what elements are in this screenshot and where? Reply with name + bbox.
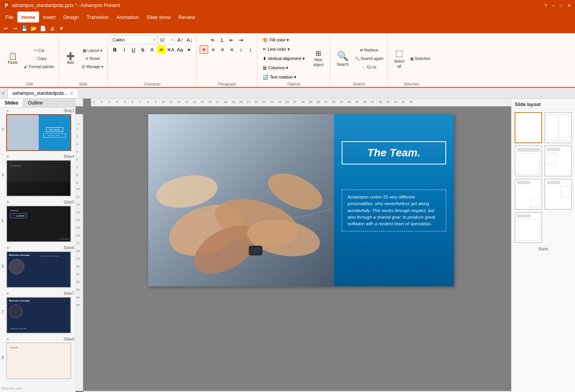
text-rotation-button[interactable]: 🔄 Text rotation ▾ — [260, 73, 307, 81]
replace-button[interactable]: ⇄ Replace — [353, 46, 385, 54]
reset-button[interactable]: ↺ Reset — [80, 55, 105, 62]
slide-thumb-8[interactable]: Appendix — [6, 342, 71, 379]
menu-file[interactable]: File — [2, 12, 17, 22]
strikethrough-button[interactable]: S̶ — [139, 45, 147, 54]
slide-thumb-4[interactable]: #CRASH — [6, 160, 71, 197]
numbering-button[interactable]: 1. — [218, 36, 227, 44]
new-tab-button[interactable]: + — [2, 90, 5, 97]
qa-print[interactable]: 🖨 — [48, 24, 56, 33]
slide-thumb-6[interactable]: Welcome message Lorem ipsum dolor sit am… — [6, 251, 71, 288]
fill-color-button[interactable]: 🎨 Fill color ▾ — [260, 36, 307, 44]
layout-title-content[interactable] — [515, 146, 542, 176]
add-slide-button[interactable]: ➕ Add — [62, 47, 79, 70]
layout-full[interactable] — [515, 212, 542, 243]
new-object-button[interactable]: ⊞ New object — [310, 47, 327, 70]
layout-button[interactable]: ▦ Layout ▾ — [80, 46, 105, 54]
menu-design[interactable]: Design — [60, 12, 83, 22]
copy-icon: 📄 — [32, 56, 36, 61]
maximize-btn[interactable]: □ — [558, 2, 564, 9]
slide-add-4[interactable]: + — [6, 153, 9, 159]
slide-item-4[interactable]: + Slide4 4 #CRASH — [0, 153, 75, 197]
menu-insert[interactable]: Insert — [39, 12, 60, 22]
vertical-alignment-button[interactable]: ⬍ Vertical alignment ▾ — [260, 54, 307, 63]
selection-button[interactable]: ▦ Selection — [409, 55, 432, 62]
team-title-box[interactable]: The Team. — [342, 141, 446, 164]
qa-undo[interactable]: ↩ — [2, 24, 10, 33]
doc-tab-1[interactable]: ashampoo_standardpräs... ✕ — [7, 89, 78, 98]
font-size-combo[interactable]: 12 ▾ — [158, 36, 175, 44]
svg-text:10: 10 — [76, 187, 80, 191]
search-big-button[interactable]: 🔍 Search — [333, 50, 353, 68]
layout-content-small-2[interactable] — [515, 179, 542, 210]
manage-button[interactable]: ☰ Manage ▾ — [80, 63, 105, 70]
search-again-button[interactable]: 🔍 Search again — [353, 55, 385, 62]
bold-button[interactable]: B — [111, 45, 119, 54]
tab-slides[interactable]: Slides — [0, 99, 23, 107]
highlight-button[interactable]: ab — [157, 45, 166, 54]
select-all-button[interactable]: ⬚ Select all — [391, 47, 408, 70]
menu-slideshow[interactable]: Slide show — [142, 12, 175, 22]
copy-button[interactable]: 📄 Copy — [22, 55, 56, 62]
qa-save[interactable]: 💾 — [20, 24, 29, 33]
slide-thumb-5[interactable]: General → Lorem ashampoo — [6, 205, 71, 242]
qa-open[interactable]: 📂 — [29, 24, 38, 33]
font-grow-button[interactable]: A↑ — [176, 36, 185, 44]
help-btn[interactable]: ? — [542, 2, 549, 9]
paste-button[interactable]: 📋 Paste — [4, 47, 22, 70]
slide-thumb-3[interactable]: The Team. Ashampoo unites... — [6, 114, 71, 151]
clear-format-button[interactable]: ✕A — [166, 45, 175, 54]
line-color-button[interactable]: ✏ Line color ▾ — [260, 45, 307, 53]
svg-text:25: 25 — [278, 100, 281, 104]
menu-animation[interactable]: Animation — [113, 12, 143, 22]
slide-add-6[interactable]: + — [6, 245, 9, 251]
menu-home[interactable]: Home — [17, 12, 39, 22]
font-size-edit[interactable]: ▾ — [185, 45, 193, 54]
tab-outline[interactable]: Outline — [23, 99, 48, 107]
underline-button[interactable]: U — [129, 45, 138, 54]
increase-indent-button[interactable]: ⇥ — [237, 36, 245, 44]
layout-blank-selected[interactable] — [515, 112, 542, 143]
layout-two-col[interactable] — [544, 112, 572, 143]
qa-redo[interactable]: ↪ — [11, 24, 19, 33]
slide-item-8[interactable]: + Slide8 8 Appendix — [0, 336, 75, 379]
columns-button[interactable]: ▥ Columns ▾ — [260, 63, 307, 72]
menu-transition[interactable]: Transition — [83, 12, 113, 22]
align-center-button[interactable]: ≡ — [209, 45, 217, 54]
line-spacing-button[interactable]: ↕ — [237, 45, 245, 54]
font-family-combo[interactable]: Calibri ▾ — [111, 36, 157, 44]
slide-item-7[interactable]: + Slide7 7 Welcome message Julie Doe, Fo… — [0, 290, 75, 334]
slide-add-8[interactable]: + — [6, 336, 9, 342]
slide-item-6[interactable]: + Slide6 6 Welcome message Lorem ipsum d… — [0, 245, 75, 288]
slide-add-5[interactable]: + — [6, 199, 9, 205]
decrease-indent-button[interactable]: ⇤ — [228, 36, 236, 44]
qa-new[interactable]: 📄 — [39, 24, 47, 33]
align-right-button[interactable]: ≡ — [218, 45, 227, 54]
slide-main[interactable]: The Team. Ashampoo unites 55 very differ… — [148, 114, 454, 286]
ribbon-group-edit: 📋 Paste ✂ Cut 📄 Copy 🖌 Format painter — [2, 35, 58, 87]
slide-add-7[interactable]: + — [6, 290, 9, 296]
layout-content-small-3[interactable] — [544, 179, 572, 210]
qa-more[interactable]: ▼ — [57, 24, 66, 33]
slide-thumb-7[interactable]: Welcome message Julie Doe, Founder — [6, 297, 71, 334]
para-spacing-button[interactable]: ↨ — [246, 45, 255, 54]
title-controls[interactable]: ? ─ □ ✕ — [542, 2, 572, 9]
minimize-btn[interactable]: ─ — [550, 2, 556, 9]
slide-item-3[interactable]: + Slide3 3 The Team. Ashampoo unites... — [0, 108, 75, 151]
layout-content-small[interactable] — [544, 146, 572, 176]
italic-button[interactable]: I — [120, 45, 128, 54]
team-description-box[interactable]: Ashampoo unites 55 very different person… — [342, 190, 446, 231]
align-justify-button[interactable]: ≡ — [228, 45, 236, 54]
bullets-button[interactable]: ≡· — [209, 36, 217, 44]
close-btn[interactable]: ✕ — [566, 2, 572, 9]
font-shrink-button[interactable]: A↓ — [185, 36, 194, 44]
font-color-button[interactable]: A — [148, 45, 156, 54]
align-left-button[interactable]: ≡ — [200, 45, 208, 54]
slide-add-3[interactable]: + — [6, 108, 9, 114]
cut-button[interactable]: ✂ Cut — [22, 46, 56, 54]
goto-button[interactable]: → Go to — [353, 63, 385, 71]
doc-tab-close[interactable]: ✕ — [70, 91, 73, 96]
menu-review[interactable]: Review — [175, 12, 199, 22]
change-case-button[interactable]: Aa — [176, 45, 184, 54]
slide-item-5[interactable]: + Slide5 5 General → Lorem ashampoo — [0, 199, 75, 242]
format-painter-button[interactable]: 🖌 Format painter — [22, 63, 56, 70]
